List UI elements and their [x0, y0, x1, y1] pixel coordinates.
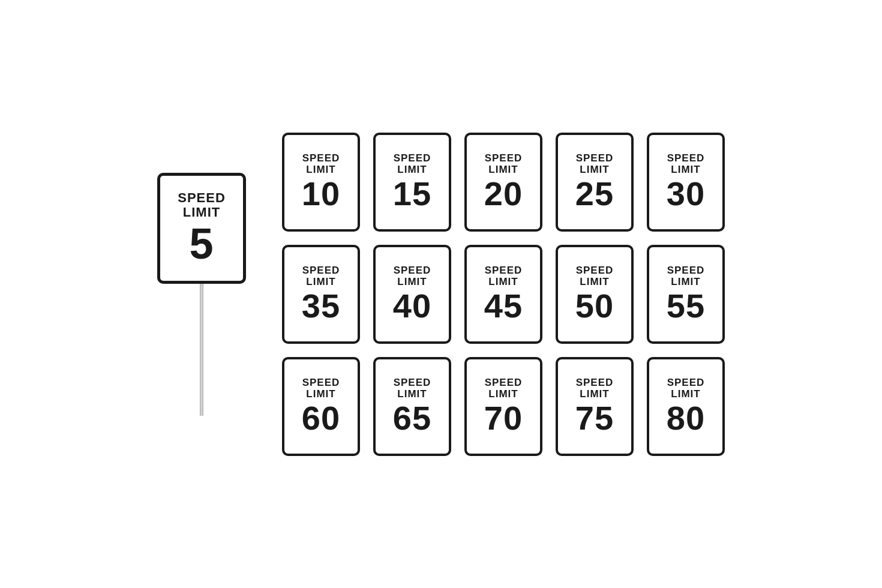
- sign-wrapper: SPEEDLIMIT35: [282, 245, 360, 344]
- speed-sign-45: SPEEDLIMIT45: [464, 245, 542, 344]
- sign-wrapper: SPEEDLIMIT70: [464, 357, 542, 456]
- sign-wrapper: SPEEDLIMIT40: [373, 245, 451, 344]
- sign-wrapper: SPEEDLIMIT50: [556, 245, 634, 344]
- sign-number-60: 60: [302, 401, 340, 435]
- sign-label-55: SPEEDLIMIT: [667, 265, 705, 287]
- sign-wrapper: SPEEDLIMIT55: [647, 245, 725, 344]
- sign-label-70: SPEEDLIMIT: [485, 377, 523, 400]
- sign-wrapper: SPEEDLIMIT60: [282, 357, 360, 456]
- sign-label-40: SPEEDLIMIT: [394, 265, 431, 287]
- speed-sign-30: SPEEDLIMIT30: [647, 133, 725, 232]
- sign-wrapper: SPEEDLIMIT80: [647, 357, 725, 456]
- sign-wrapper: SPEEDLIMIT45: [464, 245, 542, 344]
- signs-grid: SPEEDLIMIT10SPEEDLIMIT15SPEEDLIMIT20SPEE…: [282, 133, 725, 456]
- sign-label-30: SPEEDLIMIT: [667, 153, 705, 175]
- speed-sign-80: SPEEDLIMIT80: [647, 357, 725, 456]
- sign-wrapper: SPEEDLIMIT75: [556, 357, 634, 456]
- speed-sign-pole: SPEED LIMIT 5: [157, 173, 246, 284]
- pole-sign-label: SPEED LIMIT: [178, 191, 226, 220]
- sign-label-15: SPEEDLIMIT: [394, 153, 431, 175]
- sign-number-35: 35: [302, 289, 340, 323]
- speed-sign-50: SPEEDLIMIT50: [556, 245, 634, 344]
- pole-sign-container: SPEED LIMIT 5: [157, 173, 246, 416]
- speed-sign-20: SPEEDLIMIT20: [464, 133, 542, 232]
- sign-label-60: SPEEDLIMIT: [302, 377, 340, 400]
- speed-sign-75: SPEEDLIMIT75: [556, 357, 634, 456]
- sign-number-80: 80: [667, 401, 705, 435]
- sign-wrapper: SPEEDLIMIT30: [647, 133, 725, 232]
- speed-sign-70: SPEEDLIMIT70: [464, 357, 542, 456]
- sign-number-55: 55: [667, 289, 705, 323]
- sign-label-45: SPEEDLIMIT: [485, 265, 523, 287]
- sign-label-25: SPEEDLIMIT: [576, 153, 614, 175]
- sign-number-25: 25: [575, 177, 614, 211]
- pole-sign-number: 5: [189, 222, 214, 265]
- sign-number-40: 40: [393, 289, 431, 323]
- sign-pole: [200, 284, 203, 416]
- main-container: SPEED LIMIT 5 SPEEDLIMIT10SPEEDLIMIT15SP…: [133, 109, 749, 480]
- sign-label-10: SPEEDLIMIT: [302, 153, 340, 175]
- speed-sign-65: SPEEDLIMIT65: [373, 357, 451, 456]
- speed-sign-10: SPEEDLIMIT10: [282, 133, 360, 232]
- sign-number-10: 10: [302, 177, 340, 211]
- speed-sign-25: SPEEDLIMIT25: [556, 133, 634, 232]
- sign-label-80: SPEEDLIMIT: [667, 377, 705, 400]
- pole-sign-line1: SPEED: [178, 190, 226, 205]
- sign-wrapper: SPEEDLIMIT10: [282, 133, 360, 232]
- sign-label-50: SPEEDLIMIT: [576, 265, 614, 287]
- sign-label-35: SPEEDLIMIT: [302, 265, 340, 287]
- speed-sign-60: SPEEDLIMIT60: [282, 357, 360, 456]
- sign-number-30: 30: [667, 177, 705, 211]
- sign-label-65: SPEEDLIMIT: [394, 377, 431, 400]
- sign-number-15: 15: [393, 177, 431, 211]
- sign-label-20: SPEEDLIMIT: [485, 153, 523, 175]
- sign-wrapper: SPEEDLIMIT25: [556, 133, 634, 232]
- speed-sign-40: SPEEDLIMIT40: [373, 245, 451, 344]
- speed-sign-15: SPEEDLIMIT15: [373, 133, 451, 232]
- sign-number-45: 45: [484, 289, 523, 323]
- sign-wrapper: SPEEDLIMIT65: [373, 357, 451, 456]
- sign-number-20: 20: [484, 177, 523, 211]
- speed-sign-55: SPEEDLIMIT55: [647, 245, 725, 344]
- sign-number-65: 65: [393, 401, 431, 435]
- pole-sign-line2: LIMIT: [183, 205, 220, 220]
- speed-sign-35: SPEEDLIMIT35: [282, 245, 360, 344]
- sign-number-70: 70: [484, 401, 523, 435]
- sign-wrapper: SPEEDLIMIT15: [373, 133, 451, 232]
- sign-label-75: SPEEDLIMIT: [576, 377, 614, 400]
- sign-wrapper: SPEEDLIMIT20: [464, 133, 542, 232]
- sign-number-50: 50: [575, 289, 614, 323]
- sign-number-75: 75: [575, 401, 614, 435]
